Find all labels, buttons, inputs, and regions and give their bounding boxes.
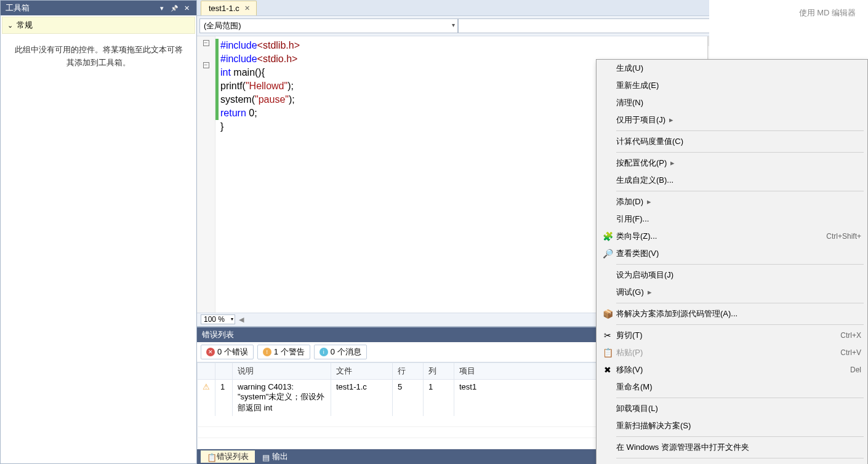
tab-close-icon[interactable]: ✕ (244, 4, 250, 12)
warning-icon: ! (263, 348, 271, 356)
menu-icon: ✂ (599, 330, 616, 340)
menu-item[interactable]: 🧩类向导(Z)...Ctrl+Shift+ (597, 228, 867, 245)
toolbox-title: 工具箱 (6, 2, 30, 14)
col-desc[interactable]: 说明 (233, 362, 331, 379)
file-tab[interactable]: test1-1.c ✕ (201, 1, 257, 15)
error-list-icon: 📋 (207, 453, 214, 460)
menu-item[interactable]: 仅用于项目(J) (597, 111, 867, 129)
error-icon: ✕ (206, 348, 215, 356)
tab-label: test1-1.c (209, 4, 239, 13)
toolbox-header: 工具箱 (1, 1, 196, 15)
menu-item[interactable]: 引用(F)... (597, 210, 867, 228)
col-icon[interactable] (198, 362, 215, 379)
menu-item[interactable]: 重新扫描解决方案(S) (597, 417, 867, 434)
menu-icon: 📦 (599, 309, 616, 319)
scope-combo-left[interactable]: (全局范围) ▾ (199, 18, 458, 33)
menu-item[interactable]: ✖移除(V)Del (597, 361, 867, 378)
col-line[interactable]: 行 (393, 362, 424, 379)
tab-error-list[interactable]: 📋错误列表 (201, 450, 255, 463)
scope-bar: (全局范围) ▾ ▾ (197, 16, 718, 36)
col-order[interactable] (215, 362, 233, 379)
menu-item[interactable]: 添加(D) (597, 193, 867, 210)
menu-item[interactable]: 📄属性(R)Alt+Enter (597, 460, 867, 464)
toolbox-empty-msg: 此组中没有可用的控件。将某项拖至此文本可将其添加到工具箱。 (1, 35, 196, 78)
tab-output[interactable]: ▤输出 (256, 450, 294, 463)
menu-item[interactable]: 卸载项目(L) (597, 400, 867, 417)
toolbox-category[interactable]: ⌄ 常规 (2, 17, 195, 34)
menu-icon: 📋 (599, 348, 616, 358)
menu-item: 📋粘贴(P)Ctrl+V (597, 344, 867, 361)
md-editor-label: 使用 MD 编辑器 (721, 7, 856, 18)
menu-item[interactable]: 生成自定义(B)... (597, 172, 867, 189)
menu-icon: 🔎 (599, 249, 616, 258)
zoom-value: 100 % (204, 315, 225, 324)
menu-item[interactable]: 重新生成(E) (597, 77, 867, 94)
menu-icon: 🧩 (599, 231, 616, 241)
change-indicator (215, 39, 219, 120)
menu-item[interactable]: 在 Windows 资源管理器中打开文件夹 (597, 439, 867, 456)
col-file[interactable]: 文件 (331, 362, 393, 379)
chevron-down-icon: ▾ (452, 22, 455, 28)
menu-item[interactable]: ✂剪切(T)Ctrl+X (597, 327, 867, 344)
menu-item[interactable]: 计算代码度量值(C) (597, 133, 867, 150)
chevron-down-icon: ▾ (231, 316, 233, 322)
category-label: 常规 (17, 20, 33, 31)
dropdown-icon[interactable] (157, 3, 167, 13)
filter-warnings[interactable]: !1 个警告 (257, 345, 310, 359)
context-menu: 生成(U)重新生成(E)清理(N)仅用于项目(J)计算代码度量值(C)按配置优化… (596, 59, 868, 464)
menu-item[interactable]: 调试(G) (597, 284, 867, 301)
fold-icon[interactable]: − (203, 40, 209, 46)
output-icon: ▤ (262, 453, 270, 460)
col-col[interactable]: 列 (424, 362, 454, 379)
menu-item[interactable]: 生成(U) (597, 60, 867, 77)
scroll-left-icon[interactable]: ◀ (239, 316, 244, 324)
filter-messages[interactable]: i0 个消息 (314, 345, 367, 359)
scope-label: (全局范围) (204, 21, 241, 30)
menu-item[interactable]: 清理(N) (597, 94, 867, 111)
menu-item[interactable]: 设为启动项目(J) (597, 266, 867, 284)
zoom-combo[interactable]: 100 % ▾ (201, 314, 235, 324)
fold-icon[interactable]: − (203, 62, 209, 68)
menu-item[interactable]: 📦将解决方案添加到源代码管理(A)... (597, 305, 867, 322)
menu-item[interactable]: 🔎查看类图(V) (597, 245, 867, 262)
chevron-down-icon: ⌄ (7, 22, 13, 30)
info-icon: i (319, 348, 328, 356)
error-list-title: 错误列表 (202, 329, 234, 340)
menu-item[interactable]: 重命名(M) (597, 378, 867, 396)
editor-tabs: test1-1.c ✕ ▾ (197, 0, 718, 16)
fold-gutter: − − (197, 36, 215, 313)
scope-combo-right[interactable]: ▾ (458, 18, 717, 33)
toolbox-panel: 工具箱 ⌄ 常规 此组中没有可用的控件。将某项拖至此文本可将其添加到工具箱。 (0, 0, 197, 464)
code-text[interactable]: #include<stdlib.h>#include<stdio.h>int m… (215, 36, 305, 313)
menu-item[interactable]: 按配置优化(P) (597, 154, 867, 172)
menu-icon: ✖ (599, 365, 616, 375)
filter-errors[interactable]: ✕0 个错误 (201, 345, 254, 359)
close-icon[interactable] (182, 3, 191, 13)
pin-icon[interactable] (169, 3, 179, 13)
